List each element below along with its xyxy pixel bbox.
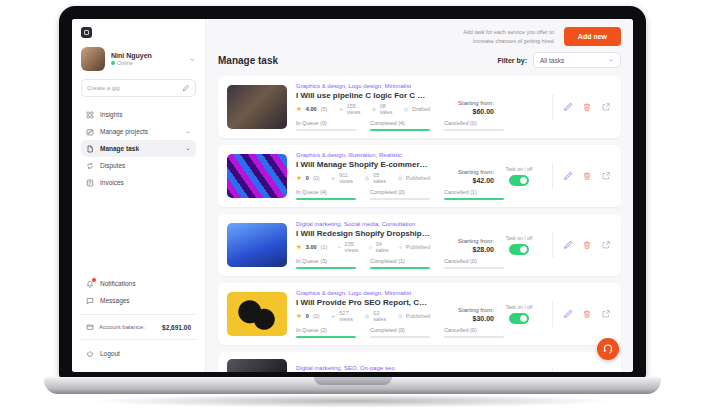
completed-progress-bar (370, 198, 430, 200)
task-row: Graphics & design, Logo design, Minimali… (218, 76, 621, 138)
sidebar-item-label: Insights (100, 111, 122, 118)
open-task-link-button[interactable] (599, 239, 612, 252)
task-status: Drafted (412, 106, 430, 112)
pencil-icon (563, 240, 573, 250)
toggle-label: Task on / off (494, 304, 544, 310)
filter-dropdown-value: All tasks (540, 57, 564, 64)
open-task-link-button[interactable] (599, 101, 612, 114)
add-new-button[interactable]: Add new (564, 27, 621, 46)
profile-status: Online (117, 60, 133, 66)
edit-task-button[interactable] (561, 101, 574, 114)
queue-progress-bar (296, 129, 356, 131)
external-link-icon (601, 102, 611, 112)
laptop-base (44, 377, 661, 394)
external-link-icon (601, 171, 611, 181)
account-balance: Account balance: $2,691.00 (81, 320, 196, 334)
task-toggle[interactable] (509, 175, 529, 186)
sidebar-item-label: Manage projects (100, 128, 148, 135)
trash-icon (582, 171, 592, 181)
cancelled-progress-bar (444, 267, 504, 269)
task-status: Published (406, 313, 430, 319)
divider (81, 314, 196, 315)
avatar (81, 47, 105, 71)
task-title: I Will Manage Shopify E-commerce Store (296, 160, 430, 169)
task-sales: 04 sales (376, 241, 389, 253)
task-toggle[interactable] (509, 313, 529, 324)
task-rating: 4.00 (306, 106, 317, 112)
profile-name: Nini Nguyen (111, 52, 183, 59)
queue-progress-bar (296, 267, 356, 269)
pencil-icon (563, 309, 573, 319)
sidebar-item-logout[interactable]: Logout (81, 345, 196, 362)
cancelled-progress-bar (444, 198, 504, 200)
messages-icon (86, 297, 94, 305)
online-status-dot (111, 61, 115, 65)
sidebar-item-manage-projects[interactable]: Manage projects (81, 123, 196, 140)
star-icon: ★ (296, 313, 302, 320)
pencil-icon (563, 102, 573, 112)
laptop-notch (314, 377, 392, 385)
sidebar-item-label: Manage task (100, 145, 139, 152)
completed-label: Completed (4) (370, 120, 430, 126)
app-logo (81, 27, 92, 38)
external-link-icon (601, 309, 611, 319)
queue-label: In Queue (3) (296, 258, 356, 264)
delete-task-button[interactable] (580, 308, 593, 321)
task-thumbnail (227, 359, 287, 372)
clock-icon (404, 106, 408, 113)
completed-label: Completed (0) (370, 189, 430, 195)
task-status: Published (406, 175, 430, 181)
delete-task-button[interactable] (580, 170, 593, 183)
open-task-link-button[interactable] (599, 308, 612, 321)
completed-progress-bar (370, 336, 430, 338)
open-task-link-button[interactable] (599, 170, 612, 183)
task-thumbnail (227, 292, 287, 336)
sales-bag-icon (372, 106, 376, 113)
sidebar-item-disputes[interactable]: Disputes (81, 157, 196, 174)
price-label: Starting from: (434, 238, 494, 244)
sidebar: Nini Nguyen Online (72, 19, 206, 372)
delete-task-button[interactable] (580, 239, 593, 252)
laptop-mockup: Nini Nguyen Online (0, 0, 705, 413)
edit-task-button[interactable] (561, 239, 574, 252)
chevron-down-icon (185, 129, 191, 135)
invoices-icon (86, 179, 94, 187)
queue-progress-bar (296, 336, 356, 338)
create-gig-input[interactable] (87, 85, 182, 91)
task-views: 235 views (345, 241, 359, 253)
clock-icon (399, 244, 402, 251)
task-rating: 3.00 (306, 244, 317, 250)
star-icon: ★ (296, 175, 302, 182)
pencil-icon (563, 171, 573, 181)
trash-icon (582, 309, 592, 319)
divider (552, 94, 553, 120)
divider (552, 232, 553, 258)
completed-label: Completed (1) (370, 258, 430, 264)
sidebar-item-messages[interactable]: Messages (81, 292, 196, 309)
power-icon (86, 350, 94, 358)
sidebar-item-manage-task[interactable]: Manage task (81, 140, 196, 157)
queue-label: In Queue (4) (296, 189, 356, 195)
task-toggle[interactable] (509, 244, 529, 255)
task-rating-count: (0) (313, 175, 320, 181)
support-chat-button[interactable] (597, 338, 619, 360)
edit-task-button[interactable] (561, 170, 574, 183)
task-rating: 0 (306, 313, 309, 319)
app-screen: Nini Nguyen Online (72, 19, 633, 372)
sales-bag-icon (365, 313, 369, 320)
edit-task-button[interactable] (561, 308, 574, 321)
sidebar-item-insights[interactable]: Insights (81, 106, 196, 123)
headset-icon (602, 343, 614, 355)
insights-icon (86, 111, 94, 119)
filter-dropdown[interactable]: All tasks (533, 52, 621, 68)
task-list: Graphics & design, Logo design, Minimali… (218, 76, 621, 372)
delete-task-button[interactable] (580, 101, 593, 114)
sidebar-item-notifications[interactable]: Notifications (81, 275, 196, 292)
cancelled-label: Cancelled (1) (444, 189, 504, 195)
profile-card[interactable]: Nini Nguyen Online (81, 47, 196, 71)
task-title: I Will use pipeline C logic For C base C… (296, 91, 430, 100)
add-task-helper-text: Add task for each service you offer to i… (463, 28, 554, 45)
sidebar-item-invoices[interactable]: Invoices (81, 174, 196, 191)
star-icon: ★ (296, 106, 302, 113)
task-rating-count: (5) (321, 106, 328, 112)
